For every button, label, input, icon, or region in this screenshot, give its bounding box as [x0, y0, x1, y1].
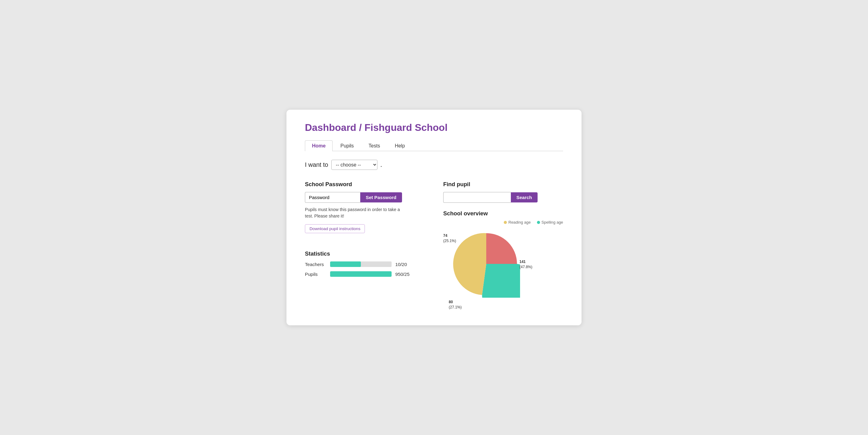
password-hint: Pupils must know this password in order … — [305, 206, 403, 219]
teachers-bar-fill — [330, 261, 361, 267]
pie-label-80: 80 (27.1%) — [449, 300, 462, 310]
pie-segment-1 — [486, 233, 517, 264]
pupils-value: 950/25 — [395, 272, 414, 277]
legend-spelling-age: Spelling age — [537, 220, 563, 225]
find-pupil-title: Find pupil — [443, 181, 563, 188]
tab-pupils[interactable]: Pupils — [333, 140, 361, 151]
spelling-age-dot — [537, 221, 540, 224]
set-password-button[interactable]: Set Password — [360, 192, 402, 202]
pupils-label: Pupils — [305, 272, 327, 277]
pupils-bar-fill — [330, 271, 392, 277]
main-card: Dashboard / Fishguard School Home Pupils… — [286, 110, 582, 325]
want-to-suffix: . — [380, 161, 382, 168]
reading-age-label: Reading age — [508, 220, 531, 225]
password-input[interactable] — [305, 192, 360, 203]
left-column: School Password Set Password Pupils must… — [305, 181, 425, 310]
tab-bar: Home Pupils Tests Help — [305, 140, 563, 151]
two-col-layout: School Password Set Password Pupils must… — [305, 181, 563, 310]
chart-legend: Reading age Spelling age — [504, 220, 563, 225]
statistics-section: Statistics Teachers 10/20 Pupils 950/25 — [305, 250, 425, 277]
tab-home[interactable]: Home — [305, 140, 333, 151]
teachers-value: 10/20 — [395, 262, 414, 267]
pie-chart-svg — [453, 230, 520, 298]
choose-select[interactable]: -- choose -- — [331, 160, 377, 170]
password-row: Set Password — [305, 192, 425, 203]
pie-chart-container: 74 (25.1%) 141 (47.8%) 80 (27.1%) — [443, 230, 529, 310]
pupils-stat-row: Pupils 950/25 — [305, 271, 425, 277]
pupils-bar-background — [330, 271, 392, 277]
page-title: Dashboard / Fishguard School — [305, 122, 563, 133]
statistics-title: Statistics — [305, 250, 425, 257]
school-password-title: School Password — [305, 181, 425, 188]
teachers-label: Teachers — [305, 262, 327, 267]
pie-segment-3 — [453, 233, 486, 295]
reading-age-dot — [504, 221, 507, 224]
pie-segment-2 — [482, 264, 520, 298]
tab-tests[interactable]: Tests — [362, 140, 387, 151]
teachers-bar-background — [330, 261, 392, 267]
pie-label-141: 141 (47.8%) — [520, 259, 532, 270]
chart-area: Reading age Spelling age — [443, 220, 563, 310]
legend-reading-age: Reading age — [504, 220, 531, 225]
pie-label-74: 74 (25.1%) — [443, 233, 456, 244]
teachers-stat-row: Teachers 10/20 — [305, 261, 425, 267]
find-pupil-row: Search — [443, 192, 563, 203]
find-pupil-input[interactable] — [443, 192, 511, 203]
right-column: Find pupil Search School overview Readin… — [443, 181, 563, 310]
want-to-label: I want to — [305, 161, 328, 168]
school-overview-title: School overview — [443, 210, 563, 217]
search-button[interactable]: Search — [511, 192, 537, 202]
want-to-row: I want to -- choose -- . — [305, 160, 563, 170]
tab-help[interactable]: Help — [388, 140, 412, 151]
spelling-age-label: Spelling age — [541, 220, 563, 225]
download-instructions-button[interactable]: Download pupil instructions — [305, 224, 365, 233]
